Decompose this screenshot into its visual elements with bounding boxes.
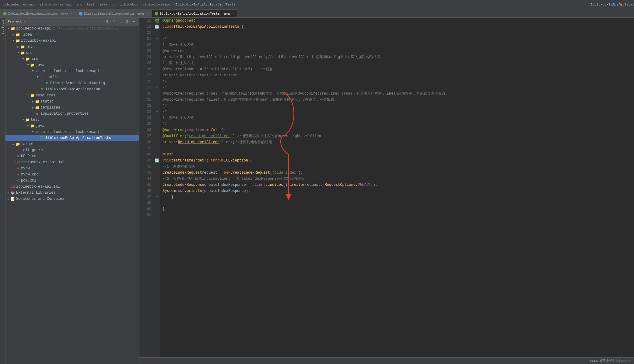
code-line-44: //2、客户端，执行请求IndicesClient CreateIndexRes…: [163, 176, 632, 182]
config-tab-icon: [79, 12, 82, 16]
tree-item-23[interactable]: mmvnw: [5, 165, 139, 172]
tree-item-9[interactable]: CElasticSearchClientConfig: [5, 80, 139, 86]
gutter-32: [154, 103, 160, 109]
tab-tests-java[interactable]: ItbluxboxEsApiApplicationTests.java ✕: [152, 9, 237, 17]
tab-close-application[interactable]: ✕: [71, 12, 72, 16]
code-line-46: System.out.println(createIndexResponse);: [163, 188, 632, 194]
tree-item-18[interactable]: TItbluxboxEsApiApplicationTests: [5, 135, 139, 141]
project-panel-label[interactable]: Project: [0, 18, 5, 364]
tree-item-14[interactable]: ⚙application.properties: [5, 111, 139, 117]
gutter-24: [154, 54, 160, 60]
tree-item-4[interactable]: ▼📁src: [5, 50, 139, 56]
gutter-28: [154, 78, 160, 85]
code-line-24: private RestHighLevelClient restHighLeve…: [163, 54, 632, 60]
tab-close-config[interactable]: ✕: [146, 12, 148, 16]
line-number-47: 47: [142, 194, 151, 200]
code-line-49: }: [163, 206, 632, 212]
line-number-42: 42: [142, 164, 151, 170]
line-number-50: 50: [142, 212, 151, 218]
line-number-29: 29: [142, 85, 151, 91]
tree-item-11[interactable]: ▼📁resources: [5, 92, 139, 99]
line-number-37: 37: [142, 133, 151, 139]
line-number-28: 28: [142, 78, 151, 85]
test-tab-icon: [155, 12, 158, 16]
line-number-49: 49: [142, 206, 151, 212]
gutter-33: ▼: [154, 109, 160, 115]
code-line-40: @Test: [163, 151, 632, 158]
tree-item-5[interactable]: ▼📁main: [5, 56, 139, 62]
gutter-45: [154, 182, 160, 188]
tree-item-6[interactable]: ▼📁java: [5, 62, 139, 68]
tree-item-21[interactable]: MHELP.md: [5, 153, 139, 159]
breadcrumb-item-3[interactable]: src: [76, 3, 82, 6]
tab-label-config: ElasticSearchClientConfig.java: [84, 12, 144, 16]
tree-item-28[interactable]: ▶📝Scratches and Consoles: [5, 196, 139, 202]
breadcrumb-item-8[interactable]: itbluxboxesapi: [143, 3, 171, 6]
tree-item-1[interactable]: ▶📁.idea: [5, 32, 139, 38]
breadcrumb-item-7[interactable]: itbluebox: [120, 3, 138, 6]
line-number-27: 27: [142, 72, 151, 78]
tree-item-16[interactable]: ▼📁java: [5, 123, 139, 129]
tree-btn-settings[interactable]: ⚙: [124, 19, 130, 24]
gutter-42: [154, 164, 160, 170]
tree-item-22[interactable]: imlitbluxbox-es-api.iml: [5, 159, 139, 165]
line-number-36: 36: [142, 127, 151, 133]
gutter-18: 🌿: [154, 18, 160, 24]
tab-close-tests[interactable]: ✕: [232, 12, 234, 16]
line-number-38: 38: [142, 139, 151, 145]
gutter-23: [154, 48, 160, 54]
code-content: 1819202122232425262728293031323334353637…: [139, 18, 634, 357]
tree-item-10[interactable]: SItbluxboxEsApiApplication: [5, 86, 139, 92]
tree-item-2[interactable]: ▼📁itbluxbox-es-api: [5, 38, 139, 44]
tree-btn-sort[interactable]: ⇅: [118, 19, 123, 24]
gutter-22: [154, 42, 160, 48]
gutter-20: [154, 30, 160, 36]
tree-item-24[interactable]: mmvnw.cmd: [5, 172, 139, 178]
gutter-icons: 🌿🔄▼▼▼↓🔄▼: [154, 18, 160, 357]
editor-tab-bar: ItbluxboxEsApiApplication.java ✕ Elastic…: [0, 9, 634, 18]
tab-application-java[interactable]: ItbluxboxEsApiApplication.java ✕: [0, 9, 76, 17]
code-line-21: /*: [163, 36, 632, 42]
tree-item-27[interactable]: ▶📚External Libraries: [5, 190, 139, 196]
breadcrumb-item-6[interactable]: cn: [112, 3, 116, 6]
code-line-34: 3、第三种注入方式: [163, 115, 632, 121]
code-lines[interactable]: @SpringBootTestclass ItbluxboxEsApiAppli…: [160, 18, 634, 357]
code-line-37: @Qualifier("restHighLevelClient") //指定容器…: [163, 133, 632, 139]
tree-item-7[interactable]: ▼⊙cn.itbluebox.itbluxboxesapi: [5, 68, 139, 74]
line-number-20: 20: [142, 30, 151, 36]
line-number-18: 18: [142, 18, 151, 24]
line-number-19: 19: [142, 24, 151, 30]
tree-item-15[interactable]: ▼📁test: [5, 117, 139, 123]
line-numbers: 1819202122232425262728293031323334353637…: [139, 18, 154, 357]
breadcrumb-item-2[interactable]: itbluxbox-es-api: [40, 3, 72, 6]
breadcrumb-item-1[interactable]: itbluebox-es-api: [3, 3, 35, 6]
tab-elastic-config[interactable]: ElasticSearchClientConfig.java ✕: [76, 9, 152, 17]
tree-item-0[interactable]: ▼📁itbluebox-es-api D:\ProgramWorkSpace\I…: [5, 26, 139, 32]
tree-btn-minimize[interactable]: —: [131, 19, 137, 24]
gutter-43: [154, 170, 160, 176]
status-bar: CSDN @蓝盒子itbluebox: [139, 357, 634, 364]
code-line-28: */: [163, 78, 632, 85]
tree-btn-locate[interactable]: ⊕: [104, 19, 110, 24]
tree-item-20[interactable]: ..gitignore: [5, 147, 139, 153]
tree-item-26[interactable]: imlitbluebox-es-api.iml: [5, 184, 139, 190]
tree-item-8[interactable]: ▼⊙config: [5, 74, 139, 80]
tree-item-17[interactable]: ▼⊙cn.itbluebox.itbluxboxesapi: [5, 129, 139, 135]
tree-item-13[interactable]: ▶📁templates: [5, 105, 139, 111]
tree-btn-collapse[interactable]: ≡: [111, 19, 117, 24]
gutter-38: ↓: [154, 139, 160, 145]
spring-icon: [3, 12, 7, 16]
breadcrumb-item-5[interactable]: java: [99, 3, 107, 6]
breadcrumb-item-9[interactable]: ItbluxboxEsApiApplicationTests: [175, 3, 236, 6]
breadcrumb-item-4[interactable]: test: [87, 3, 95, 6]
gutter-36: [154, 127, 160, 133]
code-line-43: CreateIndexRequest request = new CreateI…: [163, 170, 632, 176]
tree-item-25[interactable]: Xpom.xml: [5, 178, 139, 184]
tree-item-19[interactable]: ▶📁target: [5, 141, 139, 147]
code-line-31: @Autowired(required=false)：表示忽略当前要注入的bea…: [163, 97, 632, 103]
tree-item-3[interactable]: ▶📁.mvn: [5, 44, 139, 50]
tree-header: Project ▼ ⊕ ≡ ⇅ ⚙ —: [5, 18, 139, 26]
tree-item-12[interactable]: ▶📁static: [5, 99, 139, 105]
code-line-30: @Autowired(required=true)：当使用@Autowired注…: [163, 91, 632, 97]
gutter-27: [154, 72, 160, 78]
